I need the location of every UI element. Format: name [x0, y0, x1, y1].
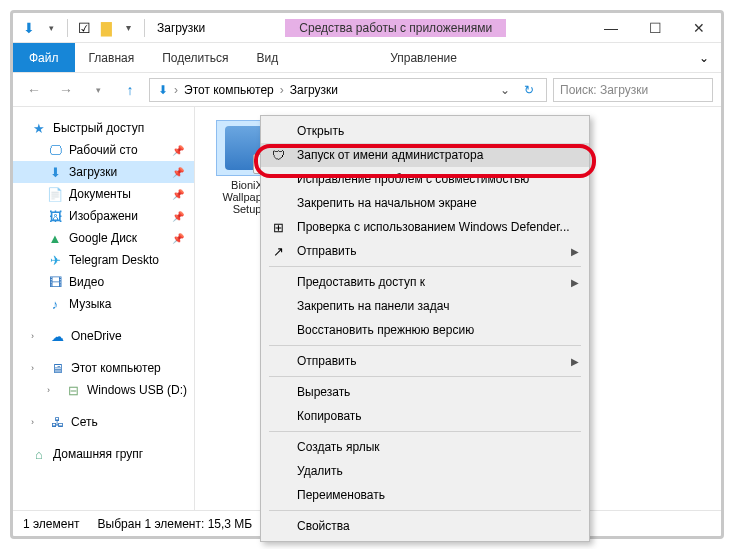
- context-menu-item[interactable]: Копировать: [261, 404, 589, 428]
- tab-home[interactable]: Главная: [75, 43, 149, 72]
- dropdown-icon[interactable]: ▾: [41, 18, 61, 38]
- pin-icon: 📌: [172, 189, 184, 200]
- down-arrow-icon[interactable]: ⬇: [19, 18, 39, 38]
- sidebar-label: Сеть: [71, 415, 98, 429]
- context-menu-label: Предоставить доступ к: [297, 275, 425, 289]
- ribbon-expand-icon[interactable]: ⌄: [687, 43, 721, 72]
- chevron-right-icon: ▶: [571, 356, 579, 367]
- context-menu-item[interactable]: ⊞Проверка с использованием Windows Defen…: [261, 215, 589, 239]
- contextual-tools-label: Средства работы с приложениями: [285, 19, 506, 37]
- music-icon: ♪: [47, 296, 63, 312]
- status-count: 1 элемент: [23, 517, 80, 531]
- sidebar-item-telegram[interactable]: ✈Telegram Deskto: [13, 249, 194, 271]
- homegroup-icon: ⌂: [31, 446, 47, 462]
- gdrive-icon: ▲: [47, 230, 63, 246]
- back-button[interactable]: ←: [21, 77, 47, 103]
- ribbon: Файл Главная Поделиться Вид Управление ⌄: [13, 43, 721, 73]
- sidebar-item-desktop[interactable]: 🖵Рабочий сто📌: [13, 139, 194, 161]
- file-menu[interactable]: Файл: [13, 43, 75, 72]
- breadcrumb-root-icon[interactable]: ⬇: [154, 83, 172, 97]
- sidebar-item-label: Telegram Deskto: [69, 253, 159, 267]
- close-button[interactable]: ✕: [677, 14, 721, 42]
- downloads-icon: ⬇: [47, 164, 63, 180]
- sidebar-item-downloads[interactable]: ⬇Загрузки📌: [13, 161, 194, 183]
- usb-icon: ⊟: [65, 382, 81, 398]
- context-menu: Открыть🛡Запуск от имени администратораИс…: [260, 115, 590, 542]
- sidebar-item-gdrive[interactable]: ▲Google Диск📌: [13, 227, 194, 249]
- context-menu-item[interactable]: Свойства: [261, 514, 589, 538]
- sidebar-item-label: Документы: [69, 187, 131, 201]
- properties-qat-icon[interactable]: ☑: [74, 18, 94, 38]
- context-menu-label: Открыть: [297, 124, 344, 138]
- sidebar-item-documents[interactable]: 📄Документы📌: [13, 183, 194, 205]
- context-menu-item[interactable]: 🛡Запуск от имени администратора: [261, 143, 589, 167]
- context-menu-label: Вырезать: [297, 385, 350, 399]
- context-menu-item[interactable]: Предоставить доступ к▶: [261, 270, 589, 294]
- sidebar-item-music[interactable]: ♪Музыка: [13, 293, 194, 315]
- recent-dropdown-icon[interactable]: ▾: [85, 77, 111, 103]
- sidebar-network[interactable]: › 🖧 Сеть: [13, 411, 194, 433]
- telegram-icon: ✈: [47, 252, 63, 268]
- sidebar-label: Windows USB (D:): [87, 383, 187, 397]
- context-menu-label: Отправить: [297, 244, 357, 258]
- context-menu-item[interactable]: ↗Отправить▶: [261, 239, 589, 263]
- window-title: Загрузки: [151, 21, 205, 35]
- context-menu-label: Отправить: [297, 354, 357, 368]
- sidebar-item-pictures[interactable]: 🖼Изображени📌: [13, 205, 194, 227]
- sidebar-quick-access[interactable]: ★ Быстрый доступ: [13, 117, 194, 139]
- context-menu-label: Копировать: [297, 409, 362, 423]
- search-input[interactable]: Поиск: Загрузки: [553, 78, 713, 102]
- context-menu-item[interactable]: Открыть: [261, 119, 589, 143]
- context-menu-label: Восстановить прежнюю версию: [297, 323, 474, 337]
- chevron-right-icon: ▶: [571, 277, 579, 288]
- context-menu-label: Закрепить на начальном экране: [297, 196, 477, 210]
- sidebar-item-videos[interactable]: 🎞Видео: [13, 271, 194, 293]
- context-menu-item[interactable]: Переименовать: [261, 483, 589, 507]
- sidebar-item-label: Изображени: [69, 209, 138, 223]
- videos-icon: 🎞: [47, 274, 63, 290]
- tab-share[interactable]: Поделиться: [148, 43, 242, 72]
- navigation-pane: ★ Быстрый доступ 🖵Рабочий сто📌⬇Загрузки📌…: [13, 107, 195, 510]
- sidebar-label: Домашняя групг: [53, 447, 143, 461]
- context-menu-item[interactable]: Закрепить на начальном экране: [261, 191, 589, 215]
- desktop-icon: 🖵: [47, 142, 63, 158]
- refresh-icon[interactable]: ↻: [516, 83, 542, 97]
- sidebar-item-label: Google Диск: [69, 231, 137, 245]
- context-menu-item[interactable]: Отправить▶: [261, 349, 589, 373]
- up-button[interactable]: ↑: [117, 77, 143, 103]
- breadcrumb[interactable]: ⬇ › Этот компьютер › Загрузки ⌄ ↻: [149, 78, 547, 102]
- context-menu-item[interactable]: Восстановить прежнюю версию: [261, 318, 589, 342]
- sidebar-label: OneDrive: [71, 329, 122, 343]
- breadcrumb-dropdown-icon[interactable]: ⌄: [494, 83, 516, 97]
- address-bar-row: ← → ▾ ↑ ⬇ › Этот компьютер › Загрузки ⌄ …: [13, 73, 721, 107]
- context-menu-item[interactable]: Удалить: [261, 459, 589, 483]
- sidebar-usb[interactable]: › ⊟ Windows USB (D:): [13, 379, 194, 401]
- sidebar-thispc[interactable]: › 🖥 Этот компьютер: [13, 357, 194, 379]
- network-icon: 🖧: [49, 414, 65, 430]
- context-menu-label: Удалить: [297, 464, 343, 478]
- status-selection: Выбран 1 элемент: 15,3 МБ: [98, 517, 253, 531]
- sidebar-item-label: Музыка: [69, 297, 111, 311]
- breadcrumb-segment[interactable]: Этот компьютер: [180, 83, 278, 97]
- sidebar-homegroup[interactable]: ⌂ Домашняя групг: [13, 443, 194, 465]
- folder-qat-icon[interactable]: ▇: [96, 18, 116, 38]
- maximize-button[interactable]: ☐: [633, 14, 677, 42]
- sidebar-onedrive[interactable]: › ☁ OneDrive: [13, 325, 194, 347]
- minimize-button[interactable]: —: [589, 14, 633, 42]
- breadcrumb-segment[interactable]: Загрузки: [286, 83, 342, 97]
- qat-overflow-icon[interactable]: ▾: [118, 18, 138, 38]
- context-menu-label: Запуск от имени администратора: [297, 148, 483, 162]
- context-menu-item[interactable]: Вырезать: [261, 380, 589, 404]
- pictures-icon: 🖼: [47, 208, 63, 224]
- context-menu-label: Переименовать: [297, 488, 385, 502]
- title-bar: ⬇ ▾ ☑ ▇ ▾ Загрузки Средства работы с при…: [13, 13, 721, 43]
- forward-button[interactable]: →: [53, 77, 79, 103]
- context-menu-label: Исправление проблем с совместимостью: [297, 172, 529, 186]
- search-placeholder: Поиск: Загрузки: [560, 83, 648, 97]
- tab-view[interactable]: Вид: [242, 43, 292, 72]
- tab-manage[interactable]: Управление: [360, 43, 487, 72]
- context-menu-item[interactable]: Создать ярлык: [261, 435, 589, 459]
- context-menu-item[interactable]: Закрепить на панели задач: [261, 294, 589, 318]
- star-icon: ★: [31, 120, 47, 136]
- context-menu-item[interactable]: Исправление проблем с совместимостью: [261, 167, 589, 191]
